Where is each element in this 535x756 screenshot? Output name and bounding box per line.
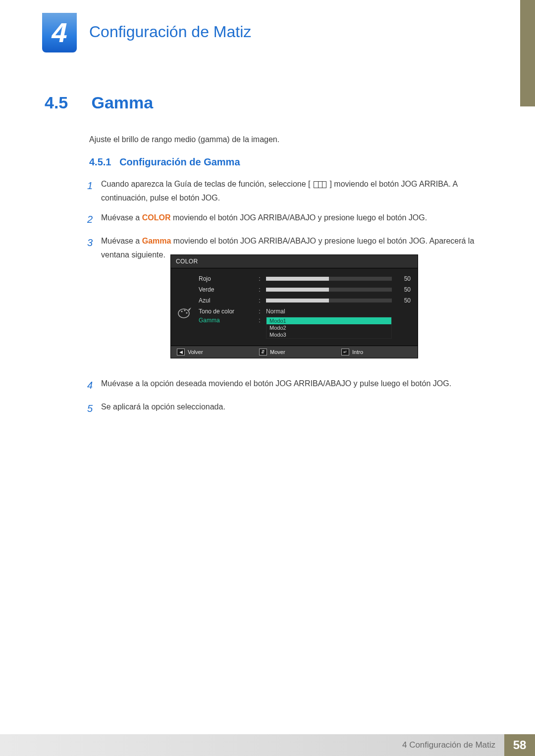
osd-slider xyxy=(266,299,392,302)
step-text: Muévase a la opción deseada moviendo el … xyxy=(101,377,451,394)
svg-point-2 xyxy=(184,309,185,311)
subsection-heading: 4.5.1 Configuración de Gamma xyxy=(89,156,490,168)
osd-foot-move: ⇵ Mover xyxy=(253,346,335,358)
updown-key-icon: ⇵ xyxy=(259,349,267,355)
subsection-title: Configuración de Gamma xyxy=(119,156,240,167)
palette-icon xyxy=(171,273,199,339)
subsection-number: 4.5.1 xyxy=(89,156,111,167)
chapter-badge: 4 xyxy=(42,13,77,52)
osd-foot-back: ◀ Volver xyxy=(171,346,253,358)
step-number: 2 xyxy=(87,211,101,228)
highlight-gamma: Gamma xyxy=(142,237,171,245)
section-number: 4.5 xyxy=(45,93,89,112)
osd-row-verde: Verde : 50 xyxy=(199,284,411,295)
page-footer: 4 Configuración de Matiz 58 xyxy=(0,734,535,756)
osd-footer: ◀ Volver ⇵ Mover ↵ Intro xyxy=(171,346,418,358)
osd-value: Normal xyxy=(266,308,392,315)
step-5: 5 Se aplicará la opción seleccionada. xyxy=(87,400,490,417)
step-text: Muévase a COLOR moviendo el botón JOG AR… xyxy=(101,211,427,228)
osd-option: Modo3 xyxy=(267,331,391,338)
osd-row-tono: Tono de color : Normal xyxy=(199,306,411,317)
menu-grid-icon xyxy=(314,181,326,188)
osd-body: Rojo : 50 Verde : 50 Azul : 50 Tono de c… xyxy=(171,268,418,346)
osd-table: Rojo : 50 Verde : 50 Azul : 50 Tono de c… xyxy=(199,273,418,339)
step-text: Se aplicará la opción seleccionada. xyxy=(101,400,225,417)
osd-foot-enter: ↵ Intro xyxy=(335,346,418,358)
osd-dropdown: Modo1 Modo2 Modo3 xyxy=(266,317,392,339)
left-key-icon: ◀ xyxy=(177,349,185,355)
osd-value: 50 xyxy=(396,275,411,282)
step-4: 4 Muévase a la opción deseada moviendo e… xyxy=(87,377,490,394)
page-number: 58 xyxy=(504,734,535,756)
step-number: 4 xyxy=(87,377,101,394)
top-right-strip xyxy=(520,0,535,106)
osd-option-selected: Modo1 xyxy=(267,317,391,324)
osd-slider xyxy=(266,288,392,292)
chapter-title: Configuración de Matiz xyxy=(89,23,251,41)
osd-window: COLOR Rojo : 50 Verde : 50 xyxy=(170,254,418,358)
osd-label: Azul xyxy=(199,297,253,304)
osd-label-active: Gamma xyxy=(199,317,253,324)
section-heading: 4.5 Gamma xyxy=(45,93,490,112)
osd-label: Tono de color xyxy=(199,308,253,315)
osd-slider xyxy=(266,277,392,281)
highlight-color: COLOR xyxy=(142,213,171,222)
section-intro: Ajuste el brillo de rango medio (gamma) … xyxy=(89,134,490,146)
svg-point-1 xyxy=(181,310,182,312)
enter-key-icon: ↵ xyxy=(341,349,349,355)
step-number: 1 xyxy=(87,177,101,205)
chapter-number: 4 xyxy=(52,19,67,47)
step-number: 3 xyxy=(87,234,101,262)
svg-point-3 xyxy=(186,312,187,313)
step-2: 2 Muévase a COLOR moviendo el botón JOG … xyxy=(87,211,490,228)
osd-title: COLOR xyxy=(171,255,418,268)
step-number: 5 xyxy=(87,400,101,417)
osd-value: 50 xyxy=(396,297,411,304)
osd-value: 50 xyxy=(396,286,411,293)
section-title: Gamma xyxy=(91,93,153,112)
svg-point-0 xyxy=(178,309,189,318)
osd-row-azul: Azul : 50 xyxy=(199,295,411,306)
osd-label: Rojo xyxy=(199,275,253,282)
footer-text: 4 Configuración de Matiz xyxy=(0,734,504,756)
step-text: Cuando aparezca la Guía de teclas de fun… xyxy=(101,177,490,205)
osd-row-rojo: Rojo : 50 xyxy=(199,273,411,284)
osd-option: Modo2 xyxy=(267,324,391,331)
osd-label: Verde xyxy=(199,286,253,293)
osd-row-gamma: Gamma : Modo1 Modo2 Modo3 xyxy=(199,317,411,339)
step-1: 1 Cuando aparezca la Guía de teclas de f… xyxy=(87,177,490,205)
